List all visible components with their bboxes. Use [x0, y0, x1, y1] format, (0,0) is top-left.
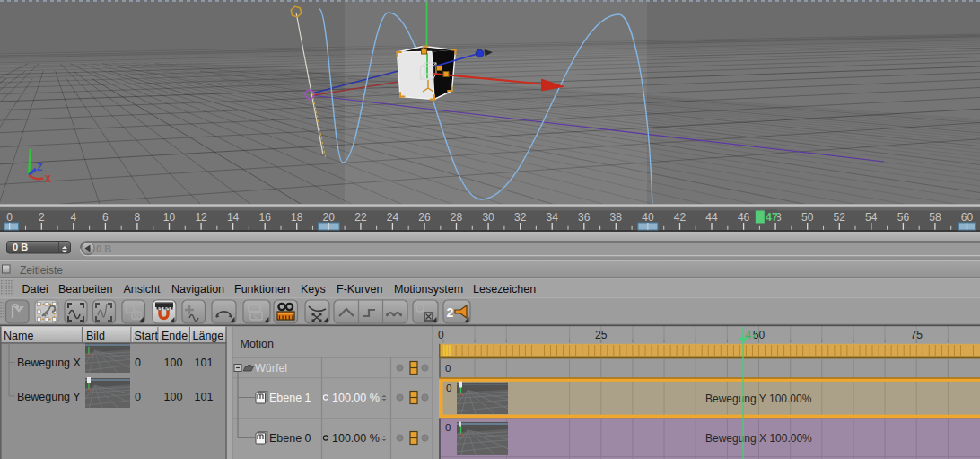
svg-text:16: 16	[259, 211, 272, 224]
svg-text:100.00 %: 100.00 %	[332, 432, 380, 445]
svg-text:50: 50	[801, 211, 814, 224]
svg-text:Bewegung X: Bewegung X	[17, 357, 82, 369]
svg-text:Zeitleiste: Zeitleiste	[20, 264, 63, 277]
svg-text:Funktionen: Funktionen	[234, 283, 290, 296]
svg-text:F-Kurven: F-Kurven	[337, 283, 382, 296]
svg-text:32: 32	[514, 211, 527, 224]
svg-text:14: 14	[227, 211, 240, 224]
svg-text:Motionsystem: Motionsystem	[394, 283, 463, 296]
svg-text:Lesezeichen: Lesezeichen	[473, 283, 536, 296]
svg-text:0 B: 0 B	[13, 242, 28, 252]
svg-text:2: 2	[39, 211, 45, 224]
svg-text:Navigation: Navigation	[171, 283, 224, 296]
svg-text:100.00 %: 100.00 %	[332, 392, 380, 404]
svg-text:Datei: Datei	[22, 283, 48, 296]
svg-text:Bewegung Y: Bewegung Y	[17, 391, 81, 403]
svg-text:4: 4	[70, 211, 76, 224]
svg-text:Z: Z	[37, 162, 43, 172]
svg-text:Keys: Keys	[301, 283, 326, 296]
svg-text:0: 0	[445, 422, 451, 433]
svg-text:101: 101	[195, 357, 214, 369]
svg-text:Start: Start	[135, 330, 159, 342]
svg-text:28: 28	[451, 211, 463, 224]
svg-text:Ende: Ende	[162, 330, 188, 342]
svg-text:6: 6	[102, 211, 109, 224]
svg-text:56: 56	[897, 211, 910, 224]
svg-text:54: 54	[865, 211, 878, 224]
svg-text:100: 100	[164, 391, 183, 403]
svg-text:20: 20	[323, 211, 336, 224]
svg-text:Würfel: Würfel	[255, 362, 287, 375]
svg-text:24: 24	[387, 211, 399, 224]
svg-text:58: 58	[929, 211, 941, 224]
svg-text:0: 0	[135, 357, 141, 369]
svg-text:40: 40	[642, 211, 654, 224]
svg-text:12: 12	[195, 211, 207, 224]
svg-text:10: 10	[163, 211, 176, 224]
svg-text:22: 22	[354, 211, 367, 224]
svg-text:44: 44	[705, 211, 718, 224]
svg-text:36: 36	[578, 211, 591, 224]
svg-text:47: 47	[766, 211, 778, 224]
svg-text:Bewegung X 100.00%: Bewegung X 100.00%	[705, 432, 812, 445]
svg-text:Bewegung Y 100.00%: Bewegung Y 100.00%	[705, 393, 812, 405]
svg-text:0: 0	[6, 211, 13, 224]
svg-text:42: 42	[674, 211, 687, 224]
svg-text:18: 18	[291, 211, 303, 224]
svg-text:30: 30	[482, 211, 494, 224]
svg-text:47: 47	[746, 329, 758, 341]
svg-text:0: 0	[438, 329, 444, 341]
svg-text:52: 52	[834, 211, 846, 224]
svg-text:Ansicht: Ansicht	[124, 283, 162, 296]
svg-text:46: 46	[738, 211, 750, 224]
svg-text:34: 34	[547, 211, 559, 224]
svg-text:0: 0	[445, 363, 451, 374]
svg-text:0: 0	[135, 391, 141, 403]
svg-text:Länge: Länge	[193, 330, 224, 342]
svg-text:Bild: Bild	[86, 330, 105, 342]
svg-text:Ebene 0: Ebene 0	[269, 432, 311, 445]
svg-text:100: 100	[164, 357, 183, 369]
svg-text:Bearbeiten: Bearbeiten	[58, 283, 113, 296]
svg-text:2: 2	[447, 305, 454, 320]
svg-text:0: 0	[446, 383, 451, 393]
svg-text:0 B: 0 B	[96, 243, 111, 254]
svg-text:60: 60	[961, 211, 974, 224]
svg-text:Name: Name	[4, 330, 33, 342]
svg-text:101: 101	[195, 391, 214, 403]
svg-text:X: X	[45, 173, 52, 184]
svg-text:38: 38	[610, 211, 623, 224]
svg-text:Motion: Motion	[241, 338, 275, 350]
svg-text:26: 26	[418, 211, 431, 224]
svg-text:8: 8	[135, 211, 141, 224]
svg-text:Ebene 1: Ebene 1	[269, 392, 311, 404]
